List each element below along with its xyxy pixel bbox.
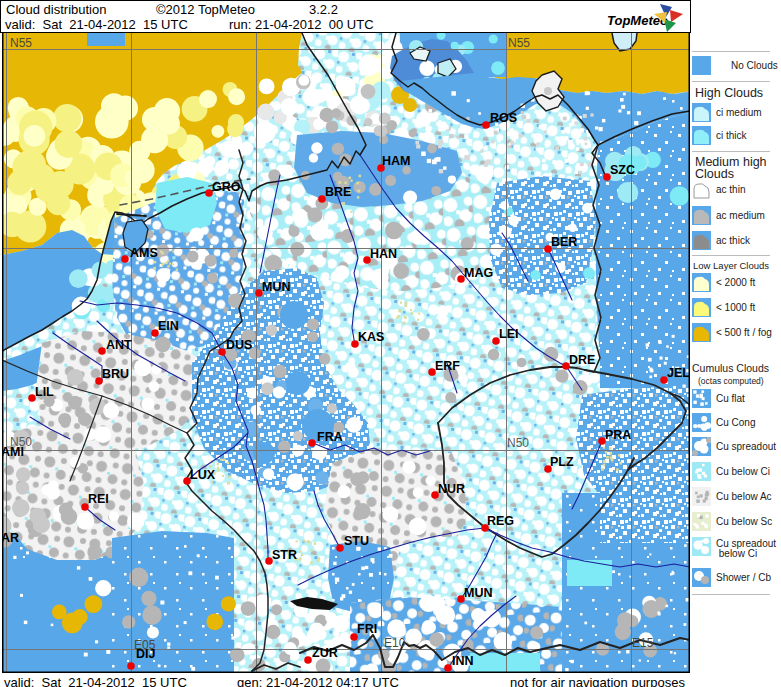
svg-text:PLZ: PLZ <box>550 455 574 469</box>
svg-text:STR: STR <box>272 548 297 562</box>
svg-text:N55: N55 <box>508 36 530 50</box>
svg-text:FRI: FRI <box>357 622 377 636</box>
svg-text:AMS: AMS <box>130 246 158 260</box>
svg-text:FRA: FRA <box>317 430 343 444</box>
svg-text:PRA: PRA <box>605 428 631 442</box>
svg-text:ANT: ANT <box>106 338 132 352</box>
svg-text:E15: E15 <box>632 636 654 650</box>
svg-text:ZUR: ZUR <box>312 646 338 660</box>
svg-text:BRE: BRE <box>325 185 351 199</box>
svg-text:E10: E10 <box>384 636 406 650</box>
svg-text:BER: BER <box>551 235 577 249</box>
svg-text:N55: N55 <box>10 36 32 50</box>
svg-text:AR: AR <box>2 531 19 545</box>
svg-text:MUN: MUN <box>262 280 290 294</box>
svg-text:REG: REG <box>487 514 514 528</box>
svg-text:JEL: JEL <box>667 366 690 380</box>
svg-text:HAN: HAN <box>370 247 397 261</box>
svg-text:EIN: EIN <box>158 319 179 333</box>
svg-text:STU: STU <box>344 534 369 548</box>
svg-text:INN: INN <box>452 654 474 668</box>
svg-text:ROS: ROS <box>490 111 517 125</box>
svg-text:DIJ: DIJ <box>136 647 156 661</box>
svg-text:HAM: HAM <box>382 154 410 168</box>
svg-text:NUR: NUR <box>438 482 465 496</box>
svg-text:LUX: LUX <box>190 468 216 482</box>
svg-text:LEI: LEI <box>499 327 518 341</box>
svg-text:N50: N50 <box>507 436 529 450</box>
svg-text:REI: REI <box>88 492 109 506</box>
svg-text:MAG: MAG <box>464 266 493 280</box>
svg-text:DUS: DUS <box>226 338 252 352</box>
svg-text:GRO: GRO <box>212 180 241 194</box>
svg-text:DRE: DRE <box>569 353 595 367</box>
svg-text:LIL: LIL <box>35 385 54 399</box>
svg-text:MUN: MUN <box>464 586 492 600</box>
svg-text:KAS: KAS <box>358 330 384 344</box>
svg-text:SZC: SZC <box>610 163 635 177</box>
svg-text:ERF: ERF <box>435 359 460 373</box>
svg-text:AMI: AMI <box>2 445 24 459</box>
svg-text:BRU: BRU <box>102 367 129 381</box>
